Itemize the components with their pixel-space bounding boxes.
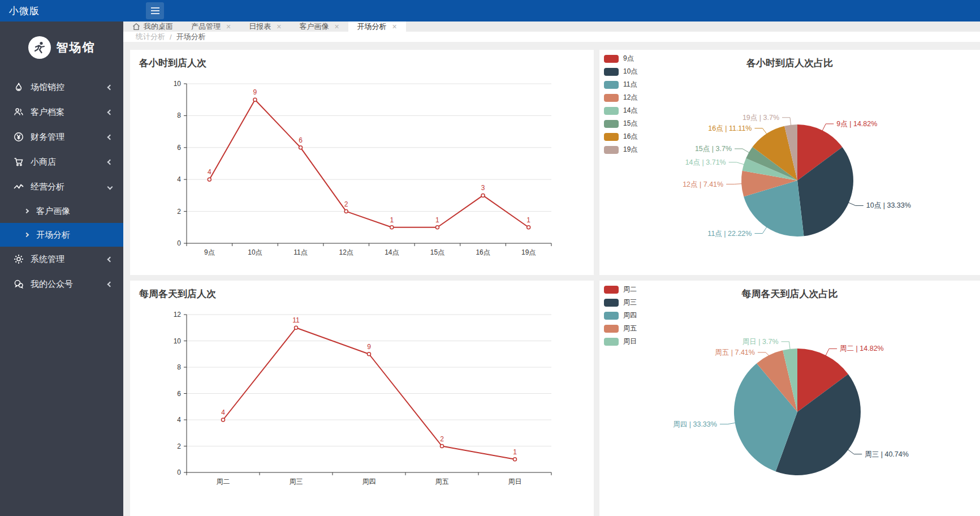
svg-text:周五: 周五: [435, 478, 449, 485]
tab-my-desktop[interactable]: 我的桌面: [123, 22, 182, 32]
legend-item[interactable]: 周五: [604, 322, 637, 335]
svg-text:10点 | 33.33%: 10点 | 33.33%: [866, 201, 911, 209]
chevron-left-icon: [107, 134, 113, 140]
close-icon[interactable]: ×: [277, 22, 281, 31]
svg-text:6: 6: [177, 390, 181, 398]
sidebar: 智场馆 场馆销控 客户档案: [0, 22, 123, 516]
legend-label: 9点: [623, 54, 634, 63]
legend-label: 15点: [623, 119, 637, 128]
legend-label: 周日: [623, 337, 637, 346]
sidebar-item-system[interactable]: 系统管理: [0, 247, 123, 272]
legend-item[interactable]: 10点: [604, 65, 637, 78]
legend-swatch: [604, 299, 619, 307]
legend-swatch: [604, 133, 619, 141]
gear-icon: [14, 254, 24, 264]
arrow-right-icon: [24, 233, 29, 237]
close-icon[interactable]: ×: [392, 22, 397, 31]
legend-item[interactable]: 周四: [604, 309, 637, 322]
wechat-icon: [14, 279, 24, 289]
svg-text:2: 2: [440, 435, 444, 443]
legend-label: 12点: [623, 93, 637, 102]
legend-item[interactable]: 周三: [604, 296, 637, 309]
chart-title: 每周各天到店人次占比: [599, 287, 980, 300]
menu-toggle-button[interactable]: [146, 2, 164, 19]
chevron-left-icon: [107, 256, 113, 262]
svg-text:19点: 19点: [521, 248, 536, 256]
legend-item[interactable]: 19点: [604, 143, 637, 156]
svg-text:10: 10: [174, 80, 182, 88]
legend-item[interactable]: 11点: [604, 78, 637, 91]
svg-text:4: 4: [177, 175, 181, 183]
pie-legend: 9点10点11点12点14点15点16点19点: [604, 52, 637, 156]
sidebar-subitem-opening-analysis[interactable]: 开场分析: [0, 223, 123, 247]
app-title: 小微版: [9, 5, 40, 18]
legend-item[interactable]: 9点: [604, 52, 637, 65]
chevron-left-icon: [107, 109, 113, 115]
sidebar-item-customer-files[interactable]: 客户档案: [0, 100, 123, 124]
legend-label: 周四: [623, 311, 637, 320]
svg-text:周三 | 40.74%: 周三 | 40.74%: [865, 450, 909, 458]
legend-swatch: [604, 338, 619, 346]
svg-text:周四: 周四: [362, 478, 376, 485]
hourly-share-pie-chart: 9点 | 14.82%10点 | 33.33%11点 | 22.22%12点 |…: [599, 50, 980, 275]
svg-text:周四 | 33.33%: 周四 | 33.33%: [673, 420, 717, 428]
legend-item[interactable]: 周日: [604, 335, 637, 348]
close-icon[interactable]: ×: [334, 22, 339, 31]
sidebar-subitem-customer-portrait[interactable]: 客户画像: [0, 199, 123, 223]
chevron-left-icon: [107, 84, 113, 90]
sidebar-item-finance[interactable]: 财务管理: [0, 124, 123, 149]
breadcrumb: 统计分析 / 开场分析: [123, 32, 980, 42]
chart-title: 每周各天到店人次: [139, 287, 216, 300]
svg-text:1: 1: [513, 448, 517, 456]
hourly-visits-line-chart: 02468109点10点11点12点14点15点16点19点49621131: [130, 50, 594, 275]
svg-text:4: 4: [221, 408, 225, 416]
legend-item[interactable]: 14点: [604, 104, 637, 117]
svg-text:4: 4: [177, 416, 181, 424]
tab-bar: 我的桌面 产品管理 × 日报表 × 客户画像 × 开场分析 ×: [123, 22, 980, 32]
legend-swatch: [604, 94, 619, 102]
svg-text:4: 4: [208, 168, 211, 176]
svg-text:周日 | 3.7%: 周日 | 3.7%: [742, 338, 779, 346]
legend-swatch: [604, 312, 619, 320]
legend-item[interactable]: 12点: [604, 91, 637, 104]
svg-text:周二 | 14.82%: 周二 | 14.82%: [840, 345, 884, 352]
svg-text:12点: 12点: [339, 248, 353, 256]
svg-text:6: 6: [177, 144, 181, 152]
panel-hourly-visits: 各小时到店人次 02468109点10点11点12点14点15点16点19点49…: [130, 50, 594, 275]
svg-text:14点: 14点: [385, 248, 399, 256]
svg-text:9点 | 14.82%: 9点 | 14.82%: [836, 120, 877, 128]
svg-text:1: 1: [390, 216, 394, 224]
logo-text: 智场馆: [57, 40, 96, 55]
tab-product-management[interactable]: 产品管理 ×: [182, 22, 240, 32]
svg-text:2: 2: [177, 442, 181, 450]
sidebar-item-venue-sales[interactable]: 场馆销控: [0, 75, 123, 100]
runner-icon: [28, 36, 51, 59]
svg-text:2: 2: [344, 200, 348, 208]
sidebar-item-shop[interactable]: 小商店: [0, 149, 123, 174]
svg-text:16点: 16点: [476, 248, 490, 256]
legend-label: 周三: [623, 298, 637, 307]
legend-item[interactable]: 周二: [604, 283, 637, 296]
svg-text:2: 2: [177, 208, 181, 216]
weekday-share-pie-chart: 周二 | 14.82%周三 | 40.74%周四 | 33.33%周五 | 7.…: [599, 281, 980, 516]
legend-swatch: [604, 107, 619, 115]
tab-daily-report[interactable]: 日报表 ×: [240, 22, 290, 32]
panel-weekday-share: 每周各天到店人次占比 周二周三周四周五周日 周二 | 14.82%周三 | 40…: [599, 281, 980, 516]
svg-text:16点 | 11.11%: 16点 | 11.11%: [708, 124, 752, 132]
app-window: 小微版 智场馆: [0, 0, 980, 516]
legend-item[interactable]: 15点: [604, 117, 637, 130]
legend-item[interactable]: 16点: [604, 130, 637, 143]
legend-swatch: [604, 286, 619, 294]
chart-title: 各小时到店人次: [139, 57, 206, 70]
tab-opening-analysis[interactable]: 开场分析 ×: [348, 22, 406, 32]
svg-text:0: 0: [177, 239, 181, 247]
sidebar-item-business-analysis[interactable]: 经营分析: [0, 174, 123, 199]
svg-text:10: 10: [174, 337, 182, 345]
sidebar-item-wechat-account[interactable]: 我的公众号: [0, 272, 123, 296]
svg-text:15点: 15点: [430, 248, 444, 256]
close-icon[interactable]: ×: [226, 22, 231, 31]
legend-swatch: [604, 146, 619, 154]
chart-title: 各小时到店人次占比: [599, 57, 980, 70]
legend-label: 14点: [623, 106, 637, 115]
tab-customer-portrait[interactable]: 客户画像 ×: [290, 22, 348, 32]
